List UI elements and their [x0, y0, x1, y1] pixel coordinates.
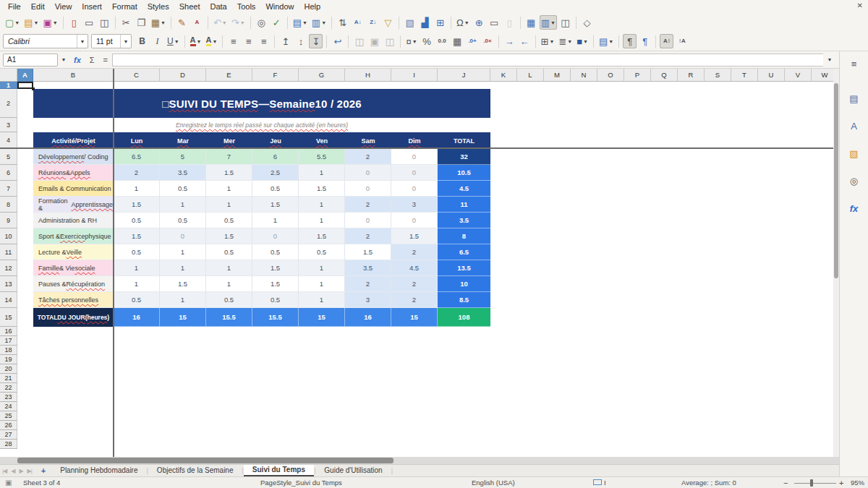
- insert-hyperlink-icon[interactable]: ⊕: [472, 15, 486, 30]
- show-draw-functions-icon[interactable]: ◇: [580, 15, 594, 30]
- formula-input[interactable]: [112, 53, 823, 67]
- menu-edit[interactable]: Edit: [26, 1, 50, 12]
- zoom-slider-thumb[interactable]: [810, 479, 813, 487]
- next-sheet-icon[interactable]: ▶: [17, 468, 25, 474]
- vertical-scrollbar-thumb[interactable]: [834, 83, 838, 278]
- activity-label-7[interactable]: Emails & Communication: [33, 181, 114, 197]
- cell-F11[interactable]: 0.5: [252, 244, 299, 260]
- sheet-info[interactable]: Sheet 3 of 4: [23, 479, 60, 487]
- cell-I15[interactable]: 15: [391, 308, 438, 327]
- insert-image-icon[interactable]: ▧: [403, 15, 417, 30]
- merge-cells-icon[interactable]: ▣: [367, 34, 381, 48]
- highlighting-color-icon[interactable]: A▼: [205, 34, 219, 48]
- align-bottom-icon[interactable]: ↧: [309, 34, 323, 48]
- cell-D13[interactable]: 1.5: [160, 276, 206, 292]
- horizontal-scrollbar-thumb[interactable]: [17, 458, 393, 463]
- col-header-H[interactable]: H: [345, 69, 391, 82]
- col-header-I[interactable]: I: [391, 69, 438, 82]
- cell-E6[interactable]: 1.5: [206, 165, 252, 181]
- cell-D8[interactable]: 1: [160, 197, 206, 213]
- cell-G8[interactable]: 1: [299, 197, 345, 213]
- cell-C9[interactable]: 0.5: [114, 213, 160, 228]
- col-header-G[interactable]: G: [299, 69, 345, 82]
- cell-D6[interactable]: 3.5: [160, 165, 206, 181]
- spreadsheet-grid[interactable]: ABCDEFGHIJKLMNOPQRSTUVW12345678910111213…: [0, 69, 833, 457]
- row-header-19[interactable]: 19: [0, 355, 17, 364]
- increase-indent-icon[interactable]: →: [503, 34, 516, 48]
- cell-D14[interactable]: 1: [160, 292, 206, 308]
- cell-E8[interactable]: 1: [206, 197, 252, 213]
- name-box-dropdown-icon[interactable]: ▼: [58, 57, 69, 62]
- cell-H15[interactable]: 16: [345, 308, 391, 327]
- cell-H14[interactable]: 3: [345, 292, 391, 308]
- cell-J8[interactable]: 11: [438, 197, 490, 213]
- navigator-icon[interactable]: ◎: [846, 173, 863, 189]
- row-header-4[interactable]: 4: [0, 132, 17, 149]
- cell-G11[interactable]: 0.5: [299, 244, 345, 260]
- cell-E12[interactable]: 1: [206, 260, 252, 276]
- cell-H7[interactable]: 0: [345, 181, 391, 197]
- first-sheet-icon[interactable]: |◀: [0, 468, 9, 474]
- sheet-tab-3[interactable]: Suivi du Temps: [244, 465, 314, 476]
- cell-F10[interactable]: 0: [252, 228, 299, 244]
- cell-G5[interactable]: 5.5: [299, 149, 345, 165]
- col-header-V[interactable]: V: [785, 69, 812, 82]
- cell-D12[interactable]: 1: [160, 260, 206, 276]
- table-header-cell[interactable]: Ven: [299, 132, 345, 149]
- delete-decimal-icon[interactable]: .0×: [481, 34, 495, 48]
- cell-D5[interactable]: 5: [160, 149, 206, 165]
- align-center-icon[interactable]: ≡: [242, 34, 255, 48]
- cell-G13[interactable]: 1: [299, 276, 345, 292]
- col-header-U[interactable]: U: [758, 69, 785, 82]
- cell-H9[interactable]: 0: [345, 213, 391, 228]
- cell-H12[interactable]: 3.5: [345, 260, 391, 276]
- cell-C7[interactable]: 1: [114, 181, 160, 197]
- copy-icon[interactable]: ❐: [135, 15, 148, 30]
- cell-E5[interactable]: 7: [206, 149, 252, 165]
- italic-icon[interactable]: I: [150, 34, 164, 48]
- col-header-M[interactable]: M: [544, 69, 571, 82]
- align-left-icon[interactable]: ≡: [226, 34, 240, 48]
- table-header-cell[interactable]: Mar: [160, 132, 206, 149]
- cell-D7[interactable]: 0.5: [160, 181, 206, 197]
- special-character-icon[interactable]: Ω▼: [455, 15, 471, 30]
- align-top-icon[interactable]: ↥: [278, 34, 292, 48]
- activity-label-13[interactable]: Pauses & Récupération: [33, 276, 114, 292]
- freeze-rows-columns-icon[interactable]: ▥▼: [540, 15, 557, 30]
- cell-I7[interactable]: 0: [391, 181, 438, 197]
- cell-E7[interactable]: 1: [206, 181, 252, 197]
- row-header-14[interactable]: 14: [0, 292, 17, 308]
- col-header-E[interactable]: E: [206, 69, 252, 82]
- cell-J15[interactable]: 108: [438, 308, 490, 327]
- cell-I10[interactable]: 1.5: [391, 228, 438, 244]
- cell-D11[interactable]: 1: [160, 244, 206, 260]
- row-header-2[interactable]: 2: [0, 89, 17, 118]
- cell-H13[interactable]: 2: [345, 276, 391, 292]
- sheet-tab-2[interactable]: Objectifs de la Semaine: [148, 465, 242, 476]
- row-header-9[interactable]: 9: [0, 213, 17, 228]
- activity-label-6[interactable]: Réunions & Appels: [33, 165, 114, 181]
- col-header-N[interactable]: N: [571, 69, 597, 82]
- wrap-text-icon[interactable]: ↩: [331, 34, 344, 48]
- row-header-24[interactable]: 24: [0, 402, 17, 411]
- gallery-icon[interactable]: ▧: [846, 145, 863, 161]
- column-icon[interactable]: ▥▼: [310, 15, 328, 30]
- cell-I14[interactable]: 2: [391, 292, 438, 308]
- activity-label-5[interactable]: Développement / Coding: [33, 149, 114, 165]
- cell-C6[interactable]: 2: [114, 165, 160, 181]
- col-header-O[interactable]: O: [597, 69, 624, 82]
- zoom-in-icon[interactable]: +: [839, 479, 843, 487]
- vertical-scrollbar[interactable]: [833, 69, 839, 457]
- cell-G12[interactable]: 1: [299, 260, 345, 276]
- paste-icon[interactable]: ▦▼: [150, 15, 167, 30]
- cell-J7[interactable]: 4.5: [438, 181, 490, 197]
- center-vertically-icon[interactable]: ↕: [294, 34, 307, 48]
- cell-I5[interactable]: 0: [391, 149, 438, 165]
- border-style-icon[interactable]: ≣▼: [557, 34, 574, 48]
- cell-C14[interactable]: 0.5: [114, 292, 160, 308]
- cell-D9[interactable]: 0.5: [160, 213, 206, 228]
- menu-help[interactable]: Help: [299, 1, 326, 12]
- cell-F7[interactable]: 0.5: [252, 181, 299, 197]
- row-header-6[interactable]: 6: [0, 165, 17, 181]
- row-header-5[interactable]: 5: [0, 149, 17, 165]
